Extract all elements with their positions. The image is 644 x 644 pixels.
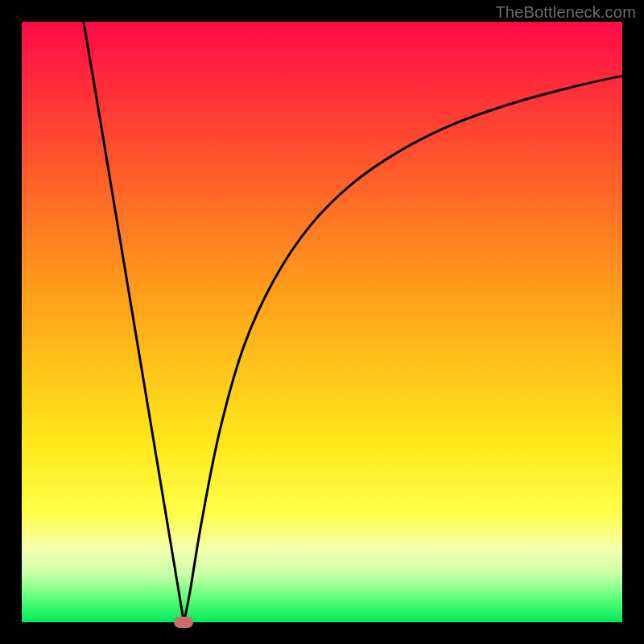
optimum-marker: [174, 617, 193, 628]
plot-frame: [22, 22, 622, 622]
attribution-text: TheBottleneck.com: [495, 3, 636, 22]
gradient-background: [22, 22, 622, 622]
bottleneck-chart: [22, 22, 622, 622]
